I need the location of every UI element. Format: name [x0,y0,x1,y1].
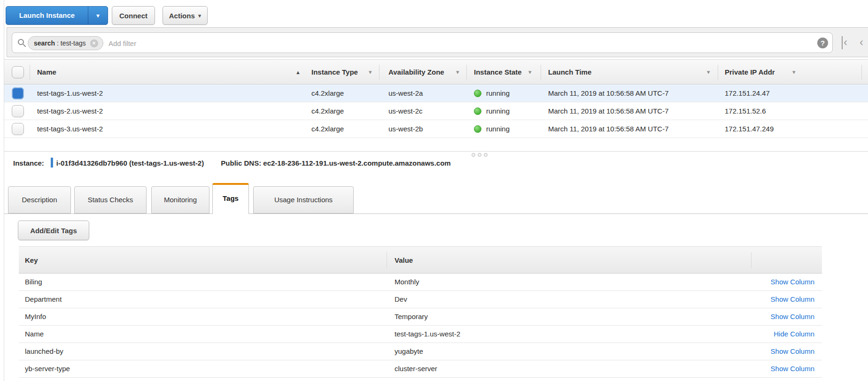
instance-row-1[interactable]: test-tags-1.us-west-2 c4.2xlarge us-west… [4,84,868,102]
help-icon[interactable]: ? [817,38,828,48]
ec2-console-page: Launch Instance ▾ Connect Actions ▾ sear… [0,0,868,381]
add-filter-input[interactable] [108,36,306,50]
column-divider [379,65,380,80]
connect-label: Connect [119,12,147,20]
column-header-private-ip[interactable]: Private IP Addr [725,60,775,85]
instance-row-2[interactable]: test-tags-2.us-west-2 c4.2xlarge us-west… [4,102,868,120]
filter-bar: search : test-tags × ? ‹ ‹ [7,27,868,57]
launch-instance-button[interactable]: Launch Instance ▾ [6,6,108,25]
instances-table: Name ▲ Instance Type ▾ Availability Zone… [4,59,868,151]
pane-divider [4,151,868,152]
actions-button[interactable]: Actions ▾ [163,6,208,25]
tags-table-header: Key Value [19,246,822,274]
instance-label: Instance: [13,159,44,167]
launch-time: March 11, 2019 at 10:56:58 AM UTC-7 [548,84,669,102]
tag-row: Biling Monthly Show Column [19,274,822,291]
show-column-link[interactable]: Show Column [771,365,814,373]
search-icon [18,39,24,45]
column-header-availability-zone[interactable]: Availability Zone [388,60,444,85]
column-divider [751,252,752,268]
tag-key: yb-server-type [25,360,70,377]
launch-instance-dropdown[interactable]: ▾ [88,7,108,24]
tag-key: launched-by [25,343,63,360]
instance-summary: Instance:i-01f3d41326db7b960 (test-tags-… [13,157,451,170]
connect-button[interactable]: Connect [112,6,155,25]
tab-status-checks[interactable]: Status Checks [74,186,147,213]
public-dns: Public DNS: ec2-18-236-112-191.us-west-2… [221,159,450,167]
select-all-checkbox[interactable] [12,66,24,78]
first-page-button[interactable]: ‹ [842,36,847,49]
show-column-link[interactable]: Show Column [771,347,814,355]
instance-type: c4.2xlarge [311,120,344,137]
tab-usage-instructions[interactable]: Usage Instructions [253,186,354,213]
caret-down-icon: ▾ [96,12,100,19]
instance-state: running [486,102,510,120]
tag-row: yb-server-type cluster-server Show Colum… [19,360,822,378]
tag-value: Monthly [395,274,419,290]
caret-down-icon[interactable]: ▾ [369,60,372,85]
column-divider [30,65,30,80]
tag-value: Temporary [395,308,428,325]
tab-monitoring[interactable]: Monitoring [151,186,209,213]
instance-name: test-tags-2.us-west-2 [37,102,103,120]
tag-value: test-tags-1.us-west-2 [395,326,460,343]
tag-row: Name test-tags-1.us-west-2 Hide Column [19,326,822,343]
hide-column-link[interactable]: Hide Column [774,330,814,338]
remove-filter-icon[interactable]: × [90,39,98,47]
tag-key: Department [25,291,62,308]
tag-key: MyInfo [25,308,46,325]
private-ip: 172.151.52.6 [725,102,766,120]
instance-state: running [486,84,510,102]
row-checkbox[interactable] [12,123,24,135]
tag-value: cluster-server [395,360,437,377]
tag-value: Dev [395,291,407,308]
pane-resize-handle[interactable] [472,153,488,157]
instance-type: c4.2xlarge [311,102,344,120]
caret-down-icon[interactable]: ▾ [707,60,710,85]
instance-type: c4.2xlarge [311,84,344,102]
show-column-link[interactable]: Show Column [771,295,814,303]
search-filter-chip[interactable]: search : test-tags × [28,36,103,50]
caret-down-icon: ▾ [198,12,202,19]
column-divider [466,65,467,80]
selected-instance-marker [51,158,53,168]
add-edit-tags-button[interactable]: Add/Edit Tags [18,221,89,240]
column-header-instance-type[interactable]: Instance Type [311,60,358,85]
caret-down-icon[interactable]: ▾ [528,60,532,85]
column-divider [718,65,718,80]
column-header-name[interactable]: Name [37,60,56,85]
column-header-value: Value [395,247,413,274]
column-header-launch-time[interactable]: Launch Time [548,60,591,85]
sort-ascending-icon[interactable]: ▲ [295,60,301,85]
instances-table-header: Name ▲ Instance Type ▾ Availability Zone… [4,59,868,84]
column-header-instance-state[interactable]: Instance State [474,60,522,85]
tag-key: Name [25,326,44,343]
caret-down-icon[interactable]: ▾ [456,60,459,85]
search-filter-box[interactable]: search : test-tags × ? [12,32,833,53]
chip-key: search [34,39,55,47]
column-divider [541,65,541,80]
availability-zone: us-west-2c [388,102,423,120]
caret-down-icon[interactable]: ▾ [792,60,796,85]
instance-name: test-tags-3.us-west-2 [37,120,103,137]
private-ip: 172.151.47.249 [725,120,774,137]
row-checkbox[interactable] [12,105,24,117]
tags-table: Key Value Biling Monthly Show Column Dep… [19,246,822,378]
instance-row-3[interactable]: test-tags-3.us-west-2 c4.2xlarge us-west… [4,120,868,138]
tag-key: Biling [25,274,42,290]
instance-state: running [486,120,510,137]
tab-description[interactable]: Description [8,186,71,213]
instance-id: i-01f3d41326db7b960 (test-tags-1.us-west… [56,159,204,167]
launch-instance-label[interactable]: Launch Instance [6,7,88,24]
tab-tags-active[interactable]: Tags [212,183,249,214]
tabs-bottom-border [4,213,868,214]
previous-page-button[interactable]: ‹ [860,36,863,49]
row-checkbox-checked[interactable] [12,87,24,99]
running-status-icon [474,107,481,115]
tag-value: yugabyte [395,343,423,360]
chip-separator: : [55,39,61,47]
show-column-link[interactable]: Show Column [771,278,814,286]
show-column-link[interactable]: Show Column [771,312,814,320]
instance-name: test-tags-1.us-west-2 [37,84,103,102]
toolbar: Launch Instance ▾ Connect Actions ▾ [4,0,868,27]
